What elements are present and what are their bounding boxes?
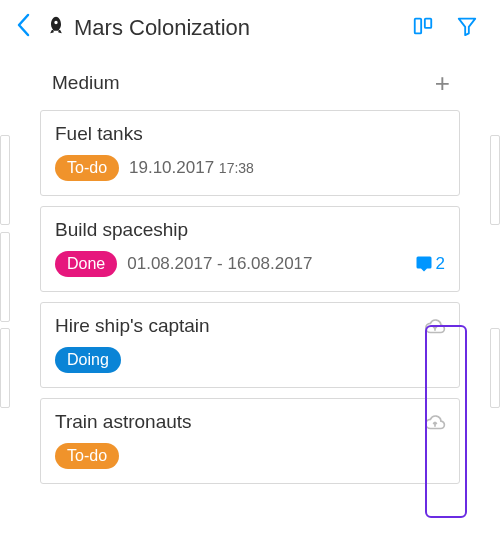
header-bar: Mars Colonization (0, 0, 500, 56)
back-chevron-icon[interactable] (10, 9, 36, 48)
status-badge: To-do (55, 155, 119, 181)
task-card[interactable]: Train astronauts To-do (40, 398, 460, 484)
prev-column-sliver (0, 232, 10, 322)
cloud-upload-icon[interactable] (421, 313, 449, 341)
page-title-text: Mars Colonization (74, 15, 250, 41)
column-medium: Medium + Fuel tanks To-do 19.10.2017 17:… (0, 56, 500, 504)
cloud-upload-icon[interactable] (421, 409, 449, 437)
status-badge: To-do (55, 443, 119, 469)
task-card[interactable]: Fuel tanks To-do 19.10.2017 17:38 (40, 110, 460, 196)
prev-column-sliver (0, 328, 10, 408)
card-date: 19.10.2017 17:38 (129, 158, 254, 178)
next-column-sliver (490, 135, 500, 225)
comment-icon (415, 255, 433, 273)
status-badge: Doing (55, 347, 121, 373)
next-column-sliver (490, 328, 500, 408)
board-view-icon[interactable] (406, 9, 440, 47)
svg-marker-2 (459, 19, 476, 35)
task-card[interactable]: Build spaceship Done 01.08.2017 - 16.08.… (40, 206, 460, 292)
card-title: Build spaceship (55, 219, 445, 241)
card-title: Fuel tanks (55, 123, 445, 145)
task-card[interactable]: Hire ship's captain Doing (40, 302, 460, 388)
svg-rect-0 (415, 19, 421, 34)
add-card-icon[interactable]: + (435, 70, 450, 96)
svg-rect-1 (425, 19, 431, 28)
filter-icon[interactable] (450, 9, 484, 47)
rocket-icon (46, 15, 66, 41)
status-badge: Done (55, 251, 117, 277)
column-title: Medium (52, 72, 120, 94)
column-header: Medium + (40, 56, 460, 110)
prev-column-sliver (0, 135, 10, 225)
card-title: Train astronauts (55, 411, 445, 433)
card-title: Hire ship's captain (55, 315, 445, 337)
page-title: Mars Colonization (46, 15, 250, 41)
comment-count[interactable]: 2 (415, 254, 445, 274)
card-date-range: 01.08.2017 - 16.08.2017 (127, 254, 312, 274)
